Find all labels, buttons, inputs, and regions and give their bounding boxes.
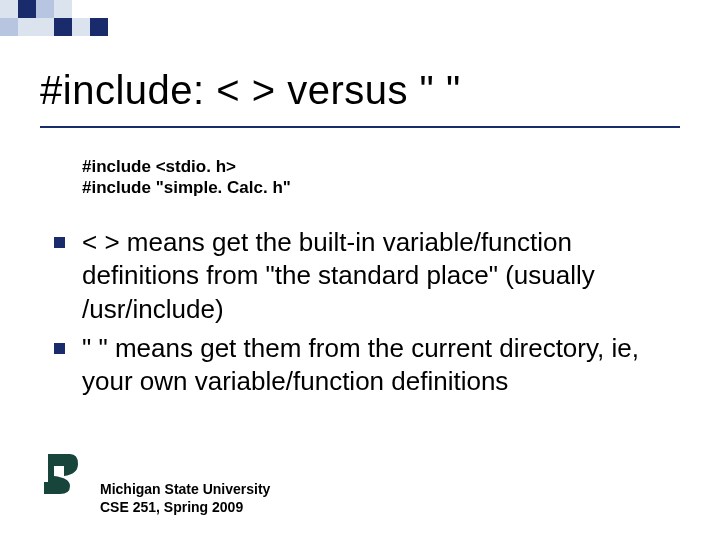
slide-title: #include: < > versus " " [40, 68, 461, 113]
code-block: #include <stdio. h> #include "simple. Ca… [82, 156, 291, 199]
code-line-1: #include <stdio. h> [82, 156, 291, 177]
title-underline [40, 126, 680, 128]
attribution-line-1: Michigan State University [100, 480, 270, 498]
code-line-2: #include "simple. Calc. h" [82, 177, 291, 198]
bullet-text: < > means get the built-in variable/func… [82, 227, 595, 324]
bullet-text: " " means get them from the current dire… [82, 333, 639, 396]
attribution: Michigan State University CSE 251, Sprin… [100, 480, 270, 516]
slide: #include: < > versus " " #include <stdio… [0, 0, 720, 540]
decorative-squares [0, 0, 120, 36]
list-item: " " means get them from the current dire… [54, 332, 684, 399]
bullet-list: < > means get the built-in variable/func… [54, 226, 684, 404]
list-item: < > means get the built-in variable/func… [54, 226, 684, 326]
spartan-logo-icon [40, 452, 82, 496]
attribution-line-2: CSE 251, Spring 2009 [100, 498, 270, 516]
